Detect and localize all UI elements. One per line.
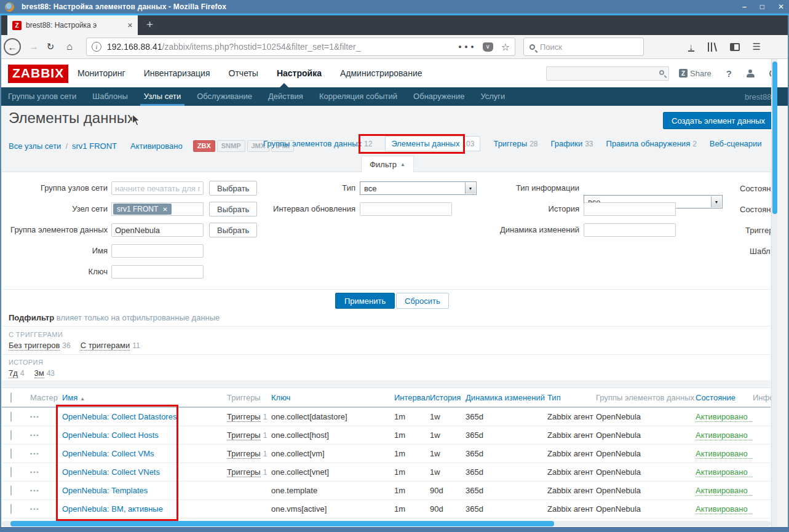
row-checkbox[interactable] bbox=[10, 430, 12, 440]
create-item-button[interactable]: Создать элемент данных bbox=[663, 112, 774, 129]
minimize-button[interactable]: – bbox=[742, 0, 747, 14]
row-checkbox[interactable] bbox=[10, 448, 12, 459]
type-label: Тип bbox=[186, 181, 355, 195]
horizontal-scrollbar[interactable] bbox=[2, 521, 771, 526]
tab-close-icon[interactable]: ✕ bbox=[127, 22, 133, 30]
home-icon[interactable]: ⌂ bbox=[61, 41, 77, 52]
row-triggers-link[interactable]: Триггеры bbox=[227, 449, 261, 459]
subnav-item[interactable]: Обнаружение bbox=[413, 87, 464, 106]
row-checkbox[interactable] bbox=[10, 467, 12, 477]
back-icon[interactable]: ← bbox=[4, 38, 21, 55]
subnav-item[interactable]: Обслуживание bbox=[197, 87, 252, 106]
url-bar[interactable]: i 192.168.88.41/zabbix/items.php?hostid=… bbox=[86, 38, 515, 56]
dropdown-button[interactable]: ▼ bbox=[711, 196, 721, 207]
browser-search-input[interactable] bbox=[540, 42, 626, 52]
subnav-item[interactable]: Действия bbox=[268, 87, 303, 106]
subfilter-note: влияет только на отфильтрованные данные bbox=[57, 313, 220, 322]
entity-tab[interactable]: Триггеры28 bbox=[493, 139, 537, 148]
subfilter-link[interactable]: 7д bbox=[9, 368, 18, 378]
page-actions-icon[interactable]: ● ● ● bbox=[458, 44, 474, 50]
entity-tab-link[interactable]: Веб-сценарии bbox=[710, 139, 762, 148]
zabbix-logo[interactable]: ZABBIX bbox=[8, 65, 68, 83]
item-status-link[interactable]: Активировано bbox=[696, 467, 753, 477]
breadcrumb-host-link[interactable]: srv1 FRONT bbox=[72, 141, 117, 151]
column-type-sort[interactable]: Тип bbox=[547, 393, 596, 402]
column-status-sort[interactable]: Состояние bbox=[696, 393, 753, 402]
subnav-item[interactable]: Шаблоны bbox=[92, 87, 128, 106]
main-nav-item[interactable]: Отчеты bbox=[229, 68, 258, 78]
menu-icon[interactable]: ☰ bbox=[753, 41, 761, 52]
pocket-icon[interactable]: ∨ bbox=[483, 42, 493, 52]
main-nav-item[interactable]: Мониторинг bbox=[77, 68, 125, 78]
main-nav-item[interactable]: Инвентаризация bbox=[144, 68, 210, 78]
item-status-link[interactable]: Активировано bbox=[696, 504, 753, 514]
row-triggers-link[interactable]: Триггеры bbox=[227, 431, 261, 440]
row-checkbox[interactable] bbox=[10, 504, 12, 514]
key-input[interactable] bbox=[111, 265, 204, 279]
downloads-icon[interactable]: ↓ bbox=[688, 42, 694, 52]
chip-remove-icon[interactable]: ✕ bbox=[162, 206, 167, 213]
column-name-sort[interactable]: Имя bbox=[62, 393, 77, 402]
select-all-checkbox[interactable] bbox=[10, 392, 12, 403]
application-select-button[interactable]: Выбрать bbox=[209, 223, 257, 237]
column-interval-sort[interactable]: Интервал bbox=[394, 393, 430, 402]
row-checkbox[interactable] bbox=[10, 411, 12, 422]
subnav-item[interactable]: Узлы сети bbox=[144, 87, 181, 106]
row-triggers-link[interactable]: Триггеры bbox=[227, 467, 261, 477]
main-nav-item[interactable]: Администрирование bbox=[340, 68, 422, 78]
item-status-link[interactable]: Активировано bbox=[696, 449, 753, 459]
entity-tab[interactable]: Правила обнаружения2 bbox=[606, 139, 697, 148]
entity-tab[interactable]: Группы элементов данных12 bbox=[263, 139, 372, 148]
apply-button[interactable]: Применить bbox=[335, 293, 395, 309]
column-trends-sort[interactable]: Динамика изменений bbox=[466, 393, 547, 402]
row-triggers-link[interactable]: Триггеры bbox=[227, 412, 261, 422]
browser-tab[interactable]: Z brest88: Настройка э ✕ bbox=[7, 15, 138, 35]
subfilter-link[interactable]: Без триггеров bbox=[9, 341, 60, 351]
sidebar-icon[interactable] bbox=[730, 43, 740, 51]
entity-tab[interactable]: Веб-сценарии bbox=[710, 139, 762, 148]
application-input[interactable] bbox=[111, 223, 204, 237]
subnav-item[interactable]: Корреляция событий bbox=[319, 87, 397, 106]
item-status-link[interactable]: Активировано bbox=[696, 486, 753, 496]
filter-toggle-tab[interactable]: Фильтр ▲ bbox=[361, 156, 414, 172]
vertical-scrollbar[interactable] bbox=[771, 59, 777, 527]
name-input[interactable] bbox=[111, 244, 204, 258]
forward-icon[interactable]: → bbox=[27, 41, 41, 52]
user-profile-icon[interactable] bbox=[747, 69, 755, 77]
entity-tab[interactable]: Графики33 bbox=[551, 139, 593, 148]
column-history-sort[interactable]: История bbox=[430, 393, 466, 402]
new-tab-button[interactable]: + bbox=[146, 15, 153, 35]
breadcrumb-all-hosts-link[interactable]: Все узлы сети bbox=[9, 141, 61, 151]
subnav-item[interactable]: Группы узлов сети bbox=[8, 87, 76, 106]
item-status-link[interactable]: Активировано bbox=[696, 431, 753, 440]
share-button[interactable]: Z Share bbox=[679, 69, 712, 78]
column-key-sort[interactable]: Ключ bbox=[271, 393, 394, 402]
host-status-link[interactable]: Активировано bbox=[130, 141, 183, 151]
vertical-scrollbar-thumb[interactable] bbox=[772, 62, 777, 214]
reset-button[interactable]: Сбросить bbox=[396, 293, 449, 309]
zabbix-search-box[interactable] bbox=[546, 66, 669, 81]
entity-tab-link[interactable]: Группы элементов данных bbox=[263, 139, 362, 148]
history-input[interactable] bbox=[584, 202, 676, 216]
close-button[interactable]: ✕ bbox=[778, 0, 784, 14]
library-icon[interactable] bbox=[707, 42, 717, 52]
maximize-button[interactable]: □ bbox=[760, 0, 764, 14]
item-type: Zabbix агент bbox=[547, 467, 596, 477]
subfilter-link[interactable]: С триггерами bbox=[81, 341, 130, 351]
url-text[interactable]: 192.168.88.41/zabbix/items.php?hostid=10… bbox=[107, 42, 458, 52]
subnav-item[interactable]: Услуги bbox=[480, 87, 505, 106]
site-info-icon[interactable]: i bbox=[92, 42, 101, 52]
entity-tab-link[interactable]: Графики bbox=[551, 139, 583, 148]
browser-search-box[interactable] bbox=[523, 38, 644, 56]
entity-tab-link[interactable]: Правила обнаружения bbox=[606, 139, 691, 148]
subfilter-link[interactable]: 3м bbox=[34, 368, 44, 378]
bookmark-star-icon[interactable]: ☆ bbox=[501, 41, 510, 53]
item-status-link[interactable]: Активировано bbox=[696, 412, 753, 422]
row-checkbox[interactable] bbox=[10, 485, 12, 496]
main-nav-item[interactable]: Настройка bbox=[277, 68, 322, 78]
help-button[interactable]: ? bbox=[726, 68, 732, 79]
trends-input[interactable] bbox=[584, 223, 676, 237]
entity-tab-link[interactable]: Триггеры bbox=[493, 139, 527, 148]
horizontal-scrollbar-thumb[interactable] bbox=[10, 521, 554, 526]
reload-icon[interactable]: ↻ bbox=[43, 41, 58, 52]
